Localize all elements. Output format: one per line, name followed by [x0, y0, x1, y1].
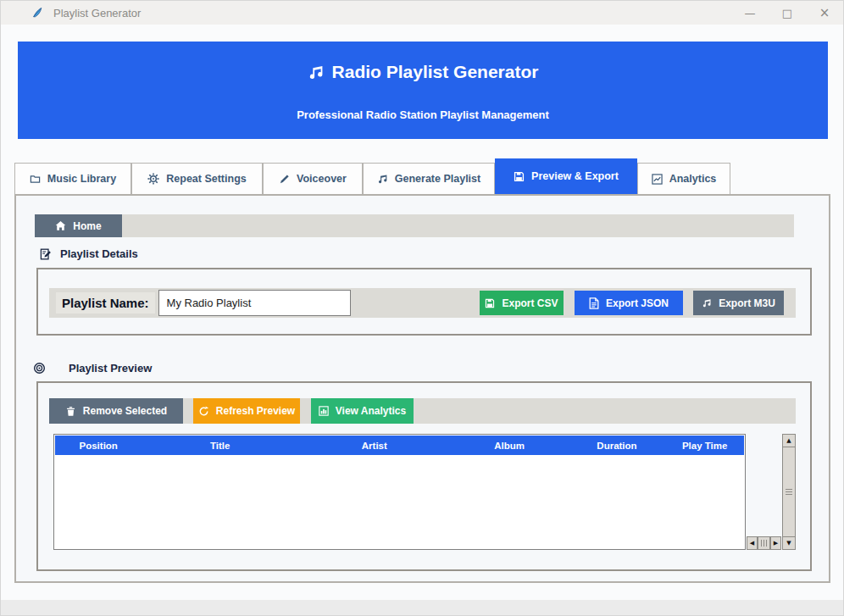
trash-icon [65, 406, 76, 417]
tab-label: Preview & Export [531, 170, 619, 182]
scroll-left-arrow[interactable]: ◀ [747, 536, 758, 550]
tab-label: Repeat Settings [166, 173, 246, 185]
app-title: Radio Playlist Generator [332, 62, 539, 82]
music-notes-icon [702, 298, 712, 308]
export-m3u-button[interactable]: Export M3U [693, 291, 784, 315]
remove-selected-button[interactable]: Remove Selected [49, 398, 183, 424]
app-window: Playlist Generator — □ × Radio Playlist … [0, 0, 844, 616]
col-header-position[interactable]: Position [55, 436, 142, 455]
app-header: Radio Playlist Generator Professional Ra… [18, 42, 828, 139]
close-button[interactable]: × [806, 1, 843, 25]
home-button-label: Home [73, 220, 101, 232]
tab-label: Music Library [47, 173, 116, 185]
floppy-icon [514, 171, 525, 182]
playlist-preview-title: Playlist Preview [69, 362, 152, 375]
export-json-button[interactable]: Export JSON [575, 291, 683, 315]
tab-bar: Music Library Repeat Settings Voiceover … [14, 158, 730, 194]
refresh-preview-button[interactable]: Refresh Preview [193, 398, 300, 424]
playlist-preview-heading: Playlist Preview [33, 362, 152, 375]
playlist-details-heading: Playlist Details [40, 247, 138, 260]
tab-repeat-settings[interactable]: Repeat Settings [131, 163, 263, 194]
pen-icon [279, 174, 290, 185]
window-controls: — □ × [731, 1, 843, 25]
scroll-right-arrow[interactable]: ▶ [770, 536, 781, 550]
tab-label: Generate Playlist [395, 173, 480, 185]
export-json-label: Export JSON [606, 297, 669, 309]
tab-analytics[interactable]: Analytics [637, 163, 730, 194]
music-notes-icon [377, 174, 388, 185]
folder-icon [30, 174, 41, 185]
playlist-preview-box: Remove Selected Refresh Preview View Ana… [36, 381, 812, 571]
playlist-table: Position Title Artist Album Duration Pla… [53, 434, 746, 550]
vertical-scrollbar[interactable]: ▲ ▼ [782, 434, 796, 550]
col-header-album[interactable]: Album [451, 436, 569, 455]
playlist-table-body [55, 455, 744, 547]
gear-icon [147, 173, 159, 185]
preview-export-panel: Home Playlist Details Playlist Name: Exp… [14, 194, 830, 583]
preview-toolbar: Remove Selected Refresh Preview View Ana… [49, 398, 796, 424]
app-subtitle: Professional Radio Station Playlist Mana… [18, 108, 828, 121]
remove-selected-label: Remove Selected [83, 405, 167, 417]
tab-generate-playlist[interactable]: Generate Playlist [363, 163, 495, 194]
thumb-grip [761, 540, 769, 547]
document-edit-icon [40, 248, 52, 260]
tab-label: Voiceover [297, 173, 347, 185]
scroll-down-arrow[interactable]: ▼ [782, 536, 796, 550]
bar-chart-icon [319, 406, 329, 416]
tab-preview-export[interactable]: Preview & Export [495, 158, 637, 194]
scroll-up-arrow[interactable]: ▲ [782, 434, 796, 447]
target-icon [33, 362, 46, 375]
floppy-icon [485, 298, 495, 308]
playlist-name-row: Playlist Name: Export CSV Export JSON [49, 288, 796, 318]
export-csv-label: Export CSV [502, 297, 558, 309]
thumb-grip [786, 489, 792, 496]
playlist-details-title: Playlist Details [60, 247, 138, 260]
export-m3u-label: Export M3U [719, 297, 775, 309]
window-bottom-edge [1, 600, 843, 616]
home-button[interactable]: Home [35, 214, 122, 237]
col-header-duration[interactable]: Duration [569, 436, 666, 455]
horizontal-scrollbar-thumb[interactable] [758, 536, 770, 550]
chart-line-icon [652, 174, 663, 185]
tab-music-library[interactable]: Music Library [14, 163, 131, 194]
home-toolbar: Home [35, 214, 794, 237]
col-header-playtime[interactable]: Play Time [665, 436, 744, 455]
app-title-row: Radio Playlist Generator [18, 62, 828, 82]
refresh-icon [198, 406, 209, 417]
vertical-scrollbar-thumb[interactable] [782, 447, 796, 536]
view-analytics-label: View Analytics [336, 405, 406, 417]
document-icon [589, 297, 599, 309]
minimize-button[interactable]: — [731, 1, 769, 25]
feather-app-icon [31, 6, 43, 19]
playlist-name-label: Playlist Name: [56, 292, 155, 314]
playlist-table-header: Position Title Artist Album Duration Pla… [55, 436, 744, 455]
view-analytics-button[interactable]: View Analytics [311, 398, 414, 424]
col-header-artist[interactable]: Artist [298, 436, 451, 455]
tab-voiceover[interactable]: Voiceover [263, 163, 363, 194]
col-header-title[interactable]: Title [142, 436, 298, 455]
title-bar: Playlist Generator — □ × [1, 1, 843, 25]
maximize-button[interactable]: □ [769, 1, 806, 25]
playlist-details-box: Playlist Name: Export CSV Export JSON [36, 268, 812, 336]
window-title: Playlist Generator [53, 7, 141, 19]
home-icon [55, 220, 66, 231]
refresh-preview-label: Refresh Preview [216, 405, 295, 417]
tab-label: Analytics [669, 173, 717, 185]
playlist-name-input[interactable] [158, 290, 351, 316]
music-notes-icon [308, 64, 324, 80]
horizontal-scrollbar[interactable]: ◀ ▶ [747, 536, 781, 550]
export-csv-button[interactable]: Export CSV [480, 291, 564, 315]
